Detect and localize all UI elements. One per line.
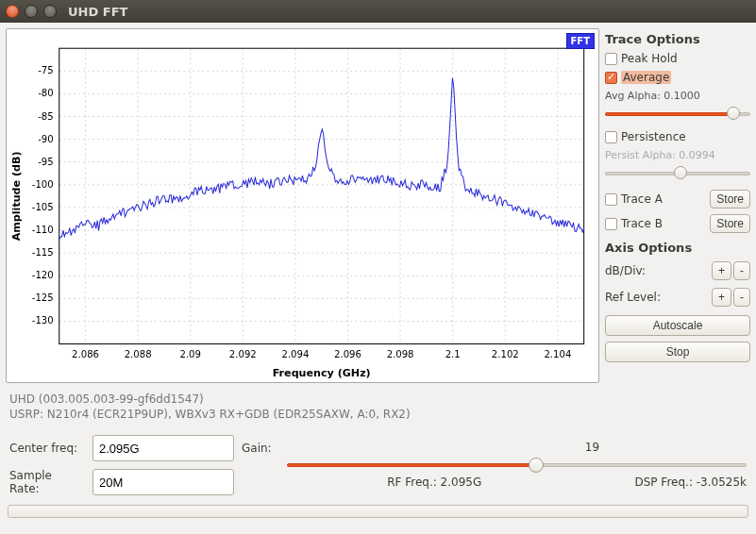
- trace-a-checkbox[interactable]: [605, 193, 617, 206]
- svg-text:-110: -110: [32, 225, 54, 235]
- svg-text:-95: -95: [38, 157, 54, 167]
- ref-level-label: Ref Level:: [605, 291, 661, 304]
- svg-text:2.092: 2.092: [229, 349, 257, 359]
- db-div-minus-button[interactable]: -: [733, 261, 750, 280]
- svg-text:-125: -125: [32, 292, 54, 303]
- trace-a-store-button[interactable]: Store: [710, 190, 750, 209]
- persist-alpha-label: Persist Alpha: 0.0994: [605, 149, 750, 161]
- axis-options-heading: Axis Options: [605, 241, 750, 255]
- center-freq-input[interactable]: [92, 435, 234, 461]
- uhd-version-line: UHD (003.005.003-99-gf6dd1547): [9, 392, 747, 408]
- trace-a-label: Trace A: [621, 192, 663, 206]
- persist-alpha-slider[interactable]: [605, 165, 750, 182]
- svg-text:2.098: 2.098: [387, 349, 414, 359]
- autoscale-button[interactable]: Autoscale: [605, 315, 750, 336]
- peak-hold-label: Peak Hold: [621, 52, 678, 65]
- svg-text:-130: -130: [32, 315, 54, 325]
- svg-text:2.096: 2.096: [334, 349, 361, 359]
- svg-text:-100: -100: [32, 179, 54, 190]
- usrp-info-line: USRP: N210r4 (ECR21P9UP), WBXv3 RX+GDB (…: [9, 408, 747, 423]
- dsp-freq-readout: DSP Freq.: -3.0525k: [634, 476, 747, 489]
- persistence-label: Persistence: [621, 130, 686, 143]
- svg-text:-80: -80: [38, 88, 54, 98]
- chart-canvas: 2.0862.0882.092.0922.0942.0962.0982.12.1…: [7, 29, 598, 382]
- svg-text:-115: -115: [32, 247, 54, 258]
- svg-text:-85: -85: [38, 111, 54, 122]
- fft-plot[interactable]: FFT 2.0862.0882.092.0922.0942.0962.0982.…: [6, 28, 599, 383]
- svg-text:-75: -75: [38, 65, 54, 75]
- svg-text:2.09: 2.09: [179, 349, 200, 359]
- svg-text:-90: -90: [38, 134, 54, 144]
- trace-b-store-button[interactable]: Store: [710, 214, 750, 233]
- svg-text:Amplitude (dB): Amplitude (dB): [10, 151, 23, 241]
- svg-text:2.088: 2.088: [125, 349, 152, 359]
- sample-rate-label: Sample Rate:: [9, 469, 85, 495]
- ref-level-plus-button[interactable]: +: [712, 288, 731, 307]
- status-area: UHD (003.005.003-99-gf6dd1547) USRP: N21…: [0, 389, 756, 426]
- fft-mode-badge[interactable]: FFT: [566, 33, 595, 49]
- peak-hold-checkbox[interactable]: [605, 53, 617, 65]
- db-div-plus-button[interactable]: +: [712, 261, 731, 280]
- svg-text:-120: -120: [32, 270, 54, 280]
- svg-text:2.102: 2.102: [492, 349, 519, 359]
- center-freq-label: Center freq:: [9, 442, 85, 455]
- gain-label: Gain:: [242, 442, 279, 455]
- svg-text:2.086: 2.086: [72, 349, 99, 359]
- svg-text:2.1: 2.1: [445, 349, 461, 359]
- svg-text:2.104: 2.104: [544, 349, 571, 359]
- window-title: UHD FFT: [68, 5, 127, 19]
- titlebar: UHD FFT: [0, 0, 756, 23]
- side-panel: Trace Options Peak Hold Average Avg Alph…: [605, 23, 756, 389]
- trace-b-label: Trace B: [621, 217, 663, 230]
- window-maximize-button[interactable]: [43, 5, 57, 18]
- stop-button[interactable]: Stop: [605, 342, 750, 362]
- gain-value: 19: [585, 441, 599, 454]
- window-close-button[interactable]: [6, 5, 19, 18]
- average-checkbox[interactable]: [605, 72, 617, 84]
- sample-rate-input[interactable]: [92, 469, 234, 495]
- trace-b-checkbox[interactable]: [605, 218, 617, 230]
- db-div-label: dB/Div:: [605, 264, 646, 277]
- trace-options-heading: Trace Options: [605, 32, 750, 46]
- svg-text:2.094: 2.094: [281, 349, 309, 359]
- avg-alpha-slider[interactable]: [605, 106, 750, 123]
- average-label: Average: [621, 71, 671, 84]
- svg-text:-105: -105: [32, 202, 54, 212]
- ref-level-minus-button[interactable]: -: [733, 288, 750, 307]
- svg-text:Frequency (GHz): Frequency (GHz): [273, 367, 371, 379]
- rf-freq-readout: RF Freq.: 2.095G: [387, 476, 481, 489]
- persistence-checkbox[interactable]: [605, 131, 617, 143]
- controls-area: Center freq: Gain: 19 Sample Rate: RF Fr…: [0, 426, 756, 501]
- window-minimize-button[interactable]: [25, 5, 38, 18]
- avg-alpha-label: Avg Alpha: 0.1000: [605, 90, 750, 102]
- bottom-status-bar: [8, 505, 748, 518]
- main-content: FFT 2.0862.0882.092.0922.0942.0962.0982.…: [0, 23, 756, 389]
